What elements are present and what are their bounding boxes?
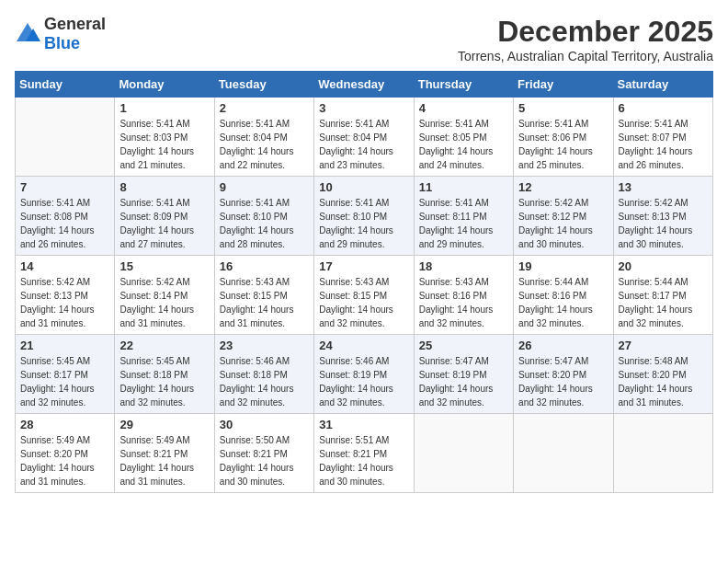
day-info: Sunrise: 5:41 AM Sunset: 8:08 PM Dayligh…: [20, 196, 109, 251]
calendar-cell: 8Sunrise: 5:41 AM Sunset: 8:09 PM Daylig…: [115, 177, 214, 256]
day-number: 3: [319, 101, 408, 115]
day-info: Sunrise: 5:43 AM Sunset: 8:15 PM Dayligh…: [319, 275, 408, 330]
calendar-cell: 23Sunrise: 5:46 AM Sunset: 8:18 PM Dayli…: [214, 335, 313, 414]
day-number: 4: [419, 101, 508, 115]
logo-blue-text: Blue: [44, 34, 80, 52]
calendar-cell: 4Sunrise: 5:41 AM Sunset: 8:05 PM Daylig…: [414, 98, 513, 177]
calendar-cell: 5Sunrise: 5:41 AM Sunset: 8:06 PM Daylig…: [514, 98, 613, 177]
day-number: 8: [119, 180, 209, 194]
day-info: Sunrise: 5:41 AM Sunset: 8:10 PM Dayligh…: [220, 196, 309, 251]
calendar-cell: [613, 414, 712, 493]
calendar-week-row: 28Sunrise: 5:49 AM Sunset: 8:20 PM Dayli…: [16, 414, 713, 493]
day-info: Sunrise: 5:42 AM Sunset: 8:14 PM Dayligh…: [119, 275, 209, 330]
calendar-cell: 6Sunrise: 5:41 AM Sunset: 8:07 PM Daylig…: [613, 98, 712, 177]
calendar-cell: 21Sunrise: 5:45 AM Sunset: 8:17 PM Dayli…: [16, 335, 115, 414]
day-info: Sunrise: 5:41 AM Sunset: 8:05 PM Dayligh…: [419, 117, 508, 172]
day-info: Sunrise: 5:41 AM Sunset: 8:04 PM Dayligh…: [319, 117, 408, 172]
day-info: Sunrise: 5:49 AM Sunset: 8:21 PM Dayligh…: [119, 433, 209, 488]
day-number: 18: [419, 259, 508, 273]
calendar-table: SundayMondayTuesdayWednesdayThursdayFrid…: [15, 71, 713, 493]
day-info: Sunrise: 5:51 AM Sunset: 8:21 PM Dayligh…: [319, 433, 408, 488]
calendar-cell: 13Sunrise: 5:42 AM Sunset: 8:13 PM Dayli…: [613, 177, 712, 256]
day-number: 28: [20, 418, 109, 431]
calendar-cell: 26Sunrise: 5:47 AM Sunset: 8:20 PM Dayli…: [514, 335, 613, 414]
weekday-header-saturday: Saturday: [613, 72, 712, 98]
day-number: 13: [619, 180, 708, 194]
day-number: 6: [619, 101, 708, 115]
calendar-cell: 20Sunrise: 5:44 AM Sunset: 8:17 PM Dayli…: [613, 256, 712, 335]
calendar-cell: 18Sunrise: 5:43 AM Sunset: 8:16 PM Dayli…: [414, 256, 513, 335]
calendar-cell: 27Sunrise: 5:48 AM Sunset: 8:20 PM Dayli…: [613, 335, 712, 414]
day-info: Sunrise: 5:46 AM Sunset: 8:18 PM Dayligh…: [220, 354, 309, 409]
day-number: 27: [619, 339, 708, 352]
day-number: 19: [518, 259, 608, 273]
calendar-week-row: 1Sunrise: 5:41 AM Sunset: 8:03 PM Daylig…: [16, 98, 713, 177]
day-info: Sunrise: 5:41 AM Sunset: 8:11 PM Dayligh…: [419, 196, 508, 251]
day-number: 15: [119, 259, 209, 273]
day-info: Sunrise: 5:43 AM Sunset: 8:15 PM Dayligh…: [220, 275, 309, 330]
calendar-cell: 12Sunrise: 5:42 AM Sunset: 8:12 PM Dayli…: [514, 177, 613, 256]
day-info: Sunrise: 5:41 AM Sunset: 8:07 PM Dayligh…: [619, 117, 708, 172]
calendar-cell: 22Sunrise: 5:45 AM Sunset: 8:18 PM Dayli…: [115, 335, 214, 414]
day-info: Sunrise: 5:46 AM Sunset: 8:19 PM Dayligh…: [319, 354, 408, 409]
month-title: December 2025: [458, 15, 713, 49]
calendar-cell: 9Sunrise: 5:41 AM Sunset: 8:10 PM Daylig…: [214, 177, 313, 256]
day-info: Sunrise: 5:50 AM Sunset: 8:21 PM Dayligh…: [220, 433, 309, 488]
day-number: 26: [518, 339, 608, 352]
weekday-header-sunday: Sunday: [16, 72, 115, 98]
calendar-cell: 24Sunrise: 5:46 AM Sunset: 8:19 PM Dayli…: [314, 335, 414, 414]
day-info: Sunrise: 5:45 AM Sunset: 8:17 PM Dayligh…: [20, 354, 109, 409]
day-info: Sunrise: 5:41 AM Sunset: 8:04 PM Dayligh…: [220, 117, 309, 172]
day-number: 9: [220, 180, 309, 194]
day-info: Sunrise: 5:44 AM Sunset: 8:16 PM Dayligh…: [518, 275, 608, 330]
day-info: Sunrise: 5:41 AM Sunset: 8:06 PM Dayligh…: [518, 117, 608, 172]
calendar-cell: [514, 414, 613, 493]
calendar-cell: 30Sunrise: 5:50 AM Sunset: 8:21 PM Dayli…: [214, 414, 313, 493]
weekday-header-monday: Monday: [115, 72, 214, 98]
day-number: 29: [119, 418, 209, 431]
calendar-cell: 11Sunrise: 5:41 AM Sunset: 8:11 PM Dayli…: [414, 177, 513, 256]
title-area: December 2025 Torrens, Australian Capita…: [458, 15, 713, 63]
weekday-header-wednesday: Wednesday: [314, 72, 414, 98]
day-number: 10: [319, 180, 408, 194]
calendar-cell: 1Sunrise: 5:41 AM Sunset: 8:03 PM Daylig…: [115, 98, 214, 177]
day-number: 12: [518, 180, 608, 194]
day-number: 17: [319, 259, 408, 273]
day-number: 2: [220, 101, 309, 115]
calendar-cell: 29Sunrise: 5:49 AM Sunset: 8:21 PM Dayli…: [115, 414, 214, 493]
calendar-cell: 16Sunrise: 5:43 AM Sunset: 8:15 PM Dayli…: [214, 256, 313, 335]
calendar-cell: 25Sunrise: 5:47 AM Sunset: 8:19 PM Dayli…: [414, 335, 513, 414]
day-info: Sunrise: 5:44 AM Sunset: 8:17 PM Dayligh…: [619, 275, 708, 330]
day-number: 25: [419, 339, 508, 352]
logo: General Blue: [15, 15, 106, 53]
day-number: 16: [220, 259, 309, 273]
day-info: Sunrise: 5:41 AM Sunset: 8:10 PM Dayligh…: [319, 196, 408, 251]
location-title: Torrens, Australian Capital Territory, A…: [458, 49, 713, 63]
day-info: Sunrise: 5:42 AM Sunset: 8:13 PM Dayligh…: [619, 196, 708, 251]
page-header: General Blue December 2025 Torrens, Aust…: [15, 15, 713, 63]
day-info: Sunrise: 5:42 AM Sunset: 8:13 PM Dayligh…: [20, 275, 109, 330]
calendar-cell: [414, 414, 513, 493]
calendar-cell: 14Sunrise: 5:42 AM Sunset: 8:13 PM Dayli…: [16, 256, 115, 335]
calendar-cell: 10Sunrise: 5:41 AM Sunset: 8:10 PM Dayli…: [314, 177, 414, 256]
calendar-cell: 19Sunrise: 5:44 AM Sunset: 8:16 PM Dayli…: [514, 256, 613, 335]
day-number: 23: [220, 339, 309, 352]
calendar-cell: 31Sunrise: 5:51 AM Sunset: 8:21 PM Dayli…: [314, 414, 414, 493]
calendar-cell: 2Sunrise: 5:41 AM Sunset: 8:04 PM Daylig…: [214, 98, 313, 177]
day-info: Sunrise: 5:49 AM Sunset: 8:20 PM Dayligh…: [20, 433, 109, 488]
day-number: 14: [20, 259, 109, 273]
day-number: 22: [119, 339, 209, 352]
day-number: 31: [319, 418, 408, 431]
calendar-cell: 17Sunrise: 5:43 AM Sunset: 8:15 PM Dayli…: [314, 256, 414, 335]
calendar-header-row: SundayMondayTuesdayWednesdayThursdayFrid…: [16, 72, 713, 98]
day-number: 11: [419, 180, 508, 194]
day-info: Sunrise: 5:42 AM Sunset: 8:12 PM Dayligh…: [518, 196, 608, 251]
day-number: 20: [619, 259, 708, 273]
day-number: 1: [119, 101, 209, 115]
day-info: Sunrise: 5:47 AM Sunset: 8:19 PM Dayligh…: [419, 354, 508, 409]
day-number: 5: [518, 101, 608, 115]
calendar-cell: 3Sunrise: 5:41 AM Sunset: 8:04 PM Daylig…: [314, 98, 414, 177]
logo-icon: [15, 21, 40, 47]
day-number: 30: [220, 418, 309, 431]
weekday-header-thursday: Thursday: [414, 72, 513, 98]
